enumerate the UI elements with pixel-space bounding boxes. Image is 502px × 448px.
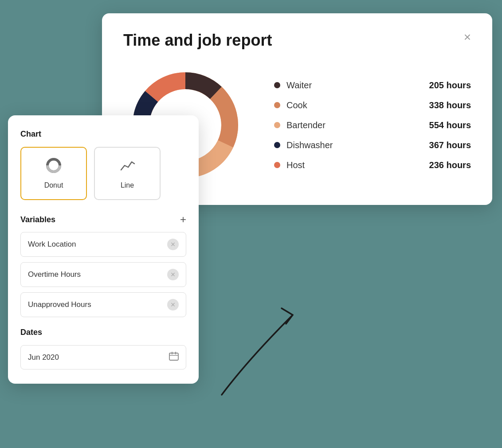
- legend-item: Dishwasher 367 hours: [274, 140, 471, 150]
- arrow-annotation: [195, 279, 355, 404]
- date-value: Jun 2020: [28, 353, 59, 362]
- legend-label: Bartender: [286, 120, 423, 130]
- variable-label: Overtime Hours: [28, 270, 81, 279]
- remove-variable-button[interactable]: ×: [167, 239, 179, 250]
- legend-item: Cook 338 hours: [274, 100, 471, 110]
- legend-item: Waiter 205 hours: [274, 80, 471, 90]
- variable-label: Work Location: [28, 240, 76, 249]
- legend-item: Bartender 554 hours: [274, 120, 471, 130]
- date-picker[interactable]: Jun 2020: [20, 345, 186, 369]
- legend-label: Waiter: [286, 80, 423, 90]
- calendar-icon: [169, 352, 179, 363]
- legend-value: 338 hours: [429, 100, 471, 110]
- variable-label: Unapproved Hours: [28, 300, 91, 309]
- variable-tag: Unapproved Hours ×: [20, 292, 186, 317]
- chart-types: Donut Line: [20, 147, 186, 200]
- variable-tag: Overtime Hours ×: [20, 262, 186, 287]
- report-title: Time and job report: [123, 31, 272, 50]
- legend-value: 236 hours: [429, 160, 471, 170]
- legend: Waiter 205 hours Cook 338 hours Bartende…: [274, 80, 471, 170]
- svg-rect-8: [169, 353, 178, 360]
- variables-section-label: Variables: [20, 215, 55, 224]
- legend-dot: [274, 102, 280, 108]
- dates-section: Dates Jun 2020: [20, 328, 186, 369]
- variables-list: Work Location × Overtime Hours × Unappro…: [20, 232, 186, 317]
- chart-type-line-button[interactable]: Line: [94, 147, 161, 200]
- add-variable-button[interactable]: +: [180, 214, 186, 225]
- legend-label: Cook: [286, 100, 423, 110]
- legend-label: Dishwasher: [286, 140, 423, 150]
- line-icon: [119, 157, 135, 177]
- report-header: Time and job report ×: [123, 31, 471, 50]
- chart-type-label: Donut: [44, 181, 63, 189]
- variable-tag: Work Location ×: [20, 232, 186, 257]
- donut-icon: [46, 157, 62, 177]
- remove-variable-button[interactable]: ×: [167, 299, 179, 310]
- legend-label: Host: [286, 160, 423, 170]
- variables-header: Variables +: [20, 214, 186, 225]
- chart-section-label: Chart: [20, 130, 186, 139]
- legend-dot: [274, 82, 280, 88]
- legend-item: Host 236 hours: [274, 160, 471, 170]
- remove-variable-button[interactable]: ×: [167, 269, 179, 280]
- legend-value: 554 hours: [429, 120, 471, 130]
- legend-dot: [274, 162, 280, 168]
- side-panel: Chart Donut Line Variables + Work Locati…: [8, 115, 199, 384]
- close-button[interactable]: ×: [464, 31, 471, 43]
- legend-value: 205 hours: [429, 80, 471, 90]
- chart-type-donut-button[interactable]: Donut: [20, 147, 87, 200]
- dates-section-label: Dates: [20, 328, 186, 337]
- legend-value: 367 hours: [429, 140, 471, 150]
- legend-dot: [274, 142, 280, 148]
- legend-dot: [274, 122, 280, 128]
- chart-type-label: Line: [121, 181, 134, 189]
